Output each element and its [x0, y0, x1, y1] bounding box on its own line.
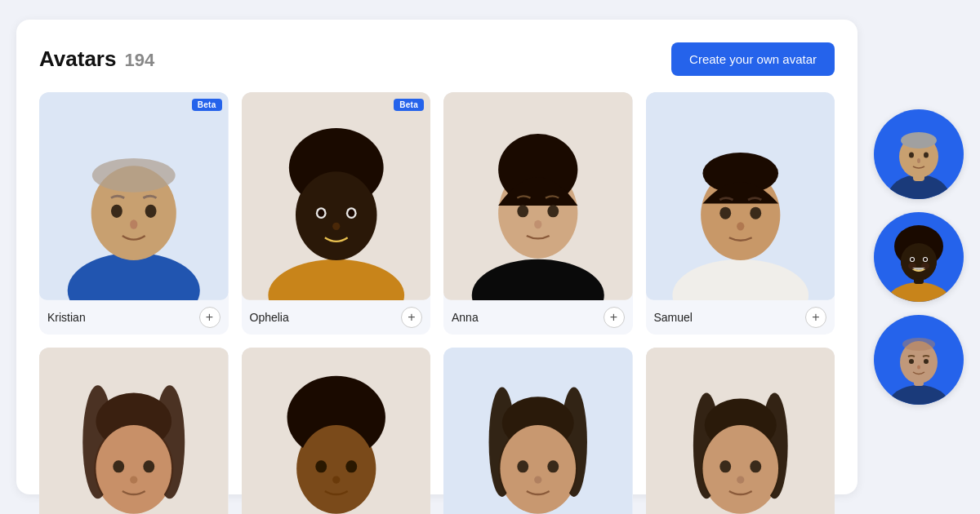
add-avatar-button-kristian[interactable]: + [199, 307, 220, 328]
avatar-image-ophelia: Beta [242, 92, 431, 300]
avatar-image-samuel [646, 92, 835, 300]
svg-point-42 [96, 425, 172, 512]
sidebar-avatar-1-svg [874, 109, 964, 199]
svg-point-99 [909, 359, 914, 364]
svg-point-16 [318, 210, 324, 217]
avatar-card-leah1[interactable]: Leah + [443, 348, 633, 514]
main-panel: Avatars 194 Create your own avatar Beta [16, 20, 858, 494]
avatar-footer-ophelia: Ophelia + [242, 300, 431, 335]
svg-point-65 [534, 476, 541, 483]
svg-point-74 [719, 460, 731, 472]
avatar-card-leah2[interactable]: Leah + [646, 348, 835, 514]
svg-point-101 [917, 366, 920, 370]
avatar-card-kristian[interactable]: Beta Kristian + [39, 92, 229, 335]
svg-point-83 [917, 158, 920, 163]
svg-point-95 [888, 385, 950, 405]
avatar-footer-samuel: Samuel + [646, 300, 835, 335]
svg-point-33 [750, 207, 761, 219]
avatar-footer-kristian: Kristian + [39, 300, 229, 335]
svg-point-52 [315, 460, 327, 472]
avatar-image-kristian: Beta [39, 92, 229, 300]
avatar-card-anna[interactable]: Anna + [443, 92, 633, 335]
svg-point-91 [911, 258, 914, 261]
svg-point-18 [332, 223, 340, 230]
svg-point-53 [345, 460, 357, 472]
avatar-card-ophelia[interactable]: Beta Ophelia + [242, 92, 431, 335]
svg-point-64 [547, 460, 559, 472]
svg-point-26 [534, 220, 541, 228]
svg-point-6 [145, 205, 157, 218]
sidebar-avatar-2-svg [874, 212, 964, 302]
svg-point-98 [902, 338, 935, 351]
avatar-image-ines [242, 348, 431, 514]
add-avatar-button-ophelia[interactable]: + [401, 307, 422, 328]
add-avatar-button-anna[interactable]: + [604, 307, 625, 328]
svg-point-80 [901, 132, 937, 148]
avatar-count: 194 [124, 50, 154, 71]
avatar-card-samuel[interactable]: Samuel + [646, 92, 835, 335]
svg-point-45 [130, 476, 137, 483]
sidebar-circle-2[interactable] [874, 212, 964, 302]
svg-point-63 [517, 460, 528, 472]
svg-point-34 [737, 222, 744, 230]
svg-point-51 [298, 425, 374, 512]
avatar-footer-anna: Anna + [443, 300, 633, 335]
svg-point-88 [901, 243, 937, 279]
svg-point-24 [517, 205, 528, 217]
avatar-name-kristian: Kristian [47, 311, 86, 324]
svg-point-4 [92, 158, 176, 193]
avatar-image-erica [39, 348, 229, 514]
avatar-grid: Beta Kristian + Beta Op [39, 92, 835, 514]
avatar-image-anna [443, 92, 633, 300]
right-sidebar [874, 109, 964, 405]
sidebar-circle-1[interactable] [874, 109, 964, 199]
create-avatar-button[interactable]: Create your own avatar [671, 42, 835, 76]
svg-point-7 [130, 219, 137, 229]
avatar-name-samuel: Samuel [654, 311, 693, 324]
avatar-name-anna: Anna [452, 311, 479, 324]
svg-point-73 [702, 425, 778, 512]
svg-point-13 [296, 171, 376, 258]
avatar-card-erica[interactable]: Erica + [39, 348, 229, 514]
page-title: Avatars [39, 47, 116, 72]
svg-point-25 [547, 205, 559, 217]
svg-point-32 [719, 207, 731, 219]
svg-point-5 [111, 205, 122, 218]
add-avatar-button-samuel[interactable]: + [805, 307, 826, 328]
avatar-name-ophelia: Ophelia [250, 311, 289, 324]
svg-point-17 [348, 210, 354, 217]
avatar-card-ines[interactable]: Ines + [242, 348, 431, 514]
svg-point-54 [332, 476, 340, 483]
svg-point-76 [737, 476, 744, 483]
svg-point-100 [924, 359, 929, 364]
svg-point-75 [750, 460, 761, 472]
svg-point-82 [924, 153, 929, 158]
svg-point-44 [143, 460, 154, 472]
avatar-image-leah1 [443, 348, 633, 514]
svg-point-84 [886, 282, 951, 302]
header-title-group: Avatars 194 [39, 47, 154, 72]
svg-point-62 [500, 425, 576, 512]
sidebar-avatar-3-svg [874, 315, 964, 405]
svg-point-81 [909, 153, 914, 158]
svg-point-92 [924, 258, 927, 261]
beta-badge-kristian: Beta [192, 99, 222, 111]
svg-point-43 [113, 460, 124, 472]
avatar-image-leah2 [646, 348, 835, 514]
header: Avatars 194 Create your own avatar [39, 42, 835, 76]
page-wrapper: Avatars 194 Create your own avatar Beta [0, 0, 980, 514]
sidebar-circle-3[interactable] [874, 315, 964, 405]
beta-badge-ophelia: Beta [394, 99, 424, 111]
